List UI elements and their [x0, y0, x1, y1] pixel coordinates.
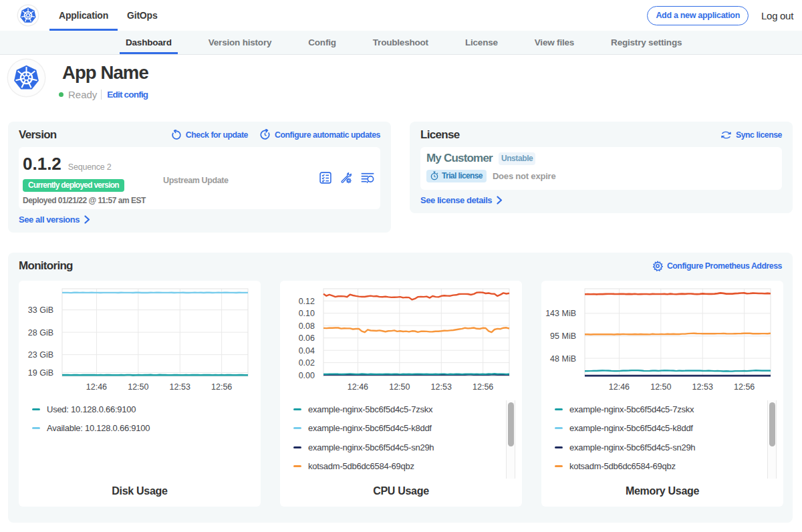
top-nav: Application GitOps Add a new application… — [0, 0, 802, 31]
svg-text:95 MiB: 95 MiB — [550, 331, 576, 341]
svg-text:12:46: 12:46 — [86, 382, 107, 392]
status-text: Ready — [68, 89, 97, 100]
legend-item: example-nginx-5bc6f5d4c5-sn29h — [555, 438, 783, 457]
monitoring-title: Monitoring — [19, 259, 73, 273]
legend-item: example-nginx-5bc6f5d4c5-7zskx — [555, 400, 783, 419]
chart-legend: example-nginx-5bc6f5d4c5-7zskx example-n… — [555, 400, 783, 476]
svg-text:143 MiB: 143 MiB — [545, 309, 576, 318]
release-notes-button[interactable] — [360, 171, 375, 185]
version-number-row: 0.1.2 Sequence 2 — [23, 154, 163, 174]
svg-text:12:46: 12:46 — [609, 382, 630, 392]
svg-text:12:56: 12:56 — [734, 382, 755, 392]
see-all-versions-label: See all versions — [19, 215, 80, 225]
logout-button[interactable]: Log out — [761, 10, 793, 21]
legend-item: example-nginx-5bc6f5d4c5-k8ddf — [293, 419, 522, 438]
legend-scrollbar-thumb[interactable] — [769, 402, 775, 446]
legend-dash — [555, 427, 563, 429]
configure-automatic-updates-link[interactable]: Configure automatic updates — [259, 129, 380, 140]
sync-license-link[interactable]: Sync license — [720, 130, 782, 140]
legend-item: Available: 10.128.0.66:9100 — [32, 419, 261, 438]
sync-license-label: Sync license — [736, 130, 782, 140]
topnav-right: Add a new application Log out — [647, 6, 793, 25]
preflight-checks-button[interactable] — [319, 171, 332, 184]
check-for-update-label: Check for update — [186, 130, 248, 140]
legend-dash — [293, 427, 301, 429]
card-links: Configure Prometheus Address — [652, 261, 782, 271]
release-notes-search-icon — [360, 171, 375, 185]
version-card: Version Check for update Configure autom… — [8, 122, 391, 233]
svg-text:12:56: 12:56 — [211, 382, 232, 392]
svg-text:28 GiB: 28 GiB — [28, 328, 53, 338]
configure-automatic-updates-label: Configure automatic updates — [275, 130, 380, 140]
refresh-icon — [171, 130, 182, 140]
app-header: App Name Ready Edit config — [0, 55, 802, 100]
chart-title: CPU Usage — [280, 485, 522, 497]
tab-dashboard[interactable]: Dashboard — [126, 31, 172, 54]
version-source: Upstream Update — [163, 176, 229, 185]
configure-prometheus-link[interactable]: Configure Prometheus Address — [652, 261, 782, 271]
stopwatch-icon — [430, 171, 439, 180]
tab-application[interactable]: Application — [49, 0, 118, 31]
legend-dash — [555, 446, 563, 448]
check-for-update-link[interactable]: Check for update — [171, 130, 248, 140]
svg-text:12:50: 12:50 — [650, 382, 671, 392]
app-icon — [8, 59, 45, 96]
legend-dash — [555, 408, 563, 410]
legend-dash — [293, 446, 301, 448]
license-card: License Sync license My Customer Unstabl… — [410, 122, 793, 213]
svg-text:0.08: 0.08 — [299, 321, 315, 331]
chart-panel-memory-usage: 48 MiB95 MiB143 MiB12:4612:5012:5312:56 … — [541, 281, 783, 507]
legend-item: kotsadm-5db6dc6584-69qbz — [555, 457, 783, 477]
svg-text:12:56: 12:56 — [473, 382, 493, 392]
disk-usage-chart: 19 GiB23 GiB28 GiB33 GiB12:4612:5012:531… — [19, 281, 261, 392]
legend-dash — [293, 408, 301, 410]
chart-title: Disk Usage — [19, 485, 261, 497]
tab-license[interactable]: License — [465, 31, 498, 54]
tab-troubleshoot[interactable]: Troubleshoot — [373, 31, 428, 54]
legend-scrollbar-thumb[interactable] — [508, 402, 514, 446]
tab-config[interactable]: Config — [308, 31, 336, 54]
legend-label: example-nginx-5bc6f5d4c5-sn29h — [569, 442, 695, 452]
charts-row: 19 GiB23 GiB28 GiB33 GiB12:4612:5012:531… — [19, 281, 782, 507]
version-card-title: Version — [19, 128, 57, 142]
dashboard-content: Version Check for update Configure autom… — [0, 122, 802, 523]
current-version-box: 0.1.2 Sequence 2 Currently deployed vers… — [19, 147, 380, 209]
svg-text:12:53: 12:53 — [692, 382, 713, 392]
svg-text:12:46: 12:46 — [348, 382, 368, 392]
customer-name: My Customer — [426, 152, 493, 165]
license-card-title: License — [420, 128, 459, 142]
legend-dash — [293, 465, 301, 467]
edit-config-link[interactable]: Edit config — [107, 90, 148, 100]
tab-view-files[interactable]: View files — [535, 31, 574, 54]
clock-refresh-icon — [259, 129, 271, 140]
chart-panel-cpu-usage: 0.000.020.040.060.080.100.1212:4612:5012… — [280, 281, 522, 507]
see-license-details-link[interactable]: See license details — [420, 195, 503, 205]
legend-item: kotsadm-5db6dc6584-69qbz — [293, 457, 522, 477]
legend-scrollbar[interactable] — [506, 400, 515, 479]
tab-version-history[interactable]: Version history — [209, 31, 272, 54]
legend-dash — [555, 465, 563, 467]
svg-text:0.12: 0.12 — [299, 297, 315, 306]
version-sequence: Sequence 2 — [68, 162, 112, 172]
version-number: 0.1.2 — [23, 154, 61, 174]
monitoring-card: Monitoring Configure Prometheus Address … — [8, 253, 793, 523]
preflight-checklist-icon — [319, 171, 332, 184]
chart-legend: example-nginx-5bc6f5d4c5-7zskx example-n… — [293, 400, 522, 476]
tab-gitops[interactable]: GitOps — [118, 0, 166, 31]
svg-text:23 GiB: 23 GiB — [28, 350, 53, 360]
chart-panel-disk-usage: 19 GiB23 GiB28 GiB33 GiB12:4612:5012:531… — [19, 281, 261, 507]
legend-label: example-nginx-5bc6f5d4c5-k8ddf — [569, 423, 693, 433]
see-all-versions-link[interactable]: See all versions — [19, 215, 90, 225]
add-application-button[interactable]: Add a new application — [647, 6, 749, 25]
version-action-icons — [319, 171, 375, 185]
legend-scrollbar[interactable] — [767, 400, 777, 479]
gear-icon — [652, 261, 663, 271]
svg-text:0.10: 0.10 — [299, 309, 315, 318]
svg-text:33 GiB: 33 GiB — [28, 305, 53, 315]
tab-registry-settings[interactable]: Registry settings — [611, 31, 682, 54]
chart-legend: Used: 10.128.0.66:9100 Available: 10.128… — [32, 400, 261, 438]
chevron-right-icon — [497, 196, 503, 205]
svg-text:12:53: 12:53 — [431, 382, 452, 392]
channel-badge: Unstable — [499, 152, 535, 165]
edit-config-button[interactable] — [340, 172, 353, 184]
